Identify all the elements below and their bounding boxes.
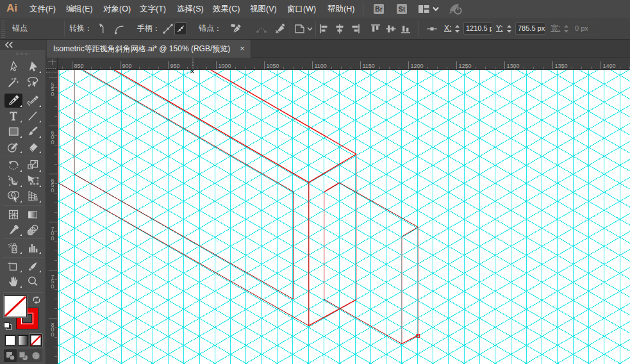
bridge-button[interactable]: Br (374, 4, 384, 14)
magic-wand-tool[interactable] (4, 75, 22, 89)
add-anchor-pen-button[interactable] (229, 22, 242, 35)
blend-tool[interactable] (24, 223, 42, 237)
controlbar-divider (64, 21, 65, 37)
shape-builder-tool[interactable] (4, 189, 22, 203)
connect-path-button[interactable] (255, 22, 268, 35)
color-button[interactable] (5, 335, 15, 345)
workspace-switcher-icon[interactable] (418, 4, 429, 14)
hand-tool[interactable] (4, 274, 22, 288)
x-value-input[interactable]: 1210.5 px (463, 22, 492, 35)
svg-text:950: 950 (170, 63, 180, 69)
y-field-label: Y: (496, 18, 503, 39)
hide-handles-button[interactable] (174, 22, 187, 35)
menu-help[interactable]: 帮助(H) (327, 0, 354, 18)
perspective-grid-tool[interactable] (24, 189, 42, 203)
svg-text:1150: 1150 (363, 63, 375, 69)
symbol-sprayer-tool[interactable] (4, 241, 22, 255)
x-field-label: X: (444, 18, 451, 39)
menu-view[interactable]: 视图(V) (250, 0, 277, 18)
toolbar-separator (3, 257, 43, 258)
vertical-ruler[interactable]: 550600650700750800 (46, 70, 58, 364)
stock-button[interactable]: St (397, 4, 407, 14)
workspace-chevron-icon[interactable] (432, 6, 440, 12)
convert-to-smooth-button[interactable] (113, 22, 126, 35)
free-transform-tool[interactable] (24, 174, 42, 188)
menu-file[interactable]: 文件(F) (29, 0, 56, 18)
toolbar-separator (3, 156, 43, 156)
align-vertical-center-button[interactable] (385, 22, 397, 35)
toolbar-collapse-bar[interactable] (0, 40, 46, 50)
menu-edit[interactable]: 编辑(E) (66, 0, 93, 18)
draw-inside-button[interactable] (29, 349, 42, 362)
direct-selection-tool[interactable] (4, 60, 22, 74)
width-stepper[interactable] (563, 23, 570, 35)
y-stepper[interactable] (506, 23, 513, 35)
fill-color-swatch[interactable] (4, 295, 27, 317)
menu-type[interactable]: 文字(T) (140, 0, 166, 18)
svg-text:1050: 1050 (267, 63, 279, 69)
eraser-tool[interactable] (24, 140, 42, 154)
align-bottom-button[interactable] (399, 22, 412, 35)
artboard-options-button[interactable] (292, 22, 313, 35)
none-button[interactable] (29, 333, 43, 347)
x-stepper[interactable] (454, 23, 461, 35)
gradient-button[interactable] (18, 335, 28, 345)
align-top-button[interactable] (369, 22, 382, 35)
align-left-button[interactable] (318, 22, 331, 35)
column-graph-tool[interactable] (24, 241, 42, 255)
align-right-button[interactable] (349, 22, 361, 35)
svg-text:1300: 1300 (507, 63, 520, 69)
draw-normal-button[interactable] (4, 349, 17, 362)
horizontal-ruler[interactable]: 8509009501000105011001150120012501300135… (58, 58, 630, 70)
lasso-tool[interactable] (24, 75, 42, 89)
zoom-tool[interactable] (24, 274, 42, 288)
toolbar-separator (3, 205, 43, 206)
line-segment-tool[interactable] (24, 109, 42, 123)
align-horizontal-center-button[interactable] (333, 22, 346, 35)
artboard-canvas[interactable] (58, 70, 630, 364)
draw-behind-button[interactable] (17, 349, 29, 362)
pen-tool[interactable] (4, 94, 22, 108)
slice-tool[interactable] (24, 260, 42, 274)
controlbar-grip[interactable] (1, 20, 5, 38)
convert-to-corner-button[interactable] (96, 22, 109, 35)
tools-panel-grip[interactable] (16, 53, 30, 55)
eyedropper-tool[interactable] (4, 223, 22, 237)
mesh-tool[interactable] (4, 208, 22, 222)
tab-close-icon[interactable]: × (238, 44, 247, 53)
paintbrush-tool[interactable] (24, 124, 42, 138)
cut-path-button[interactable] (274, 22, 287, 35)
toolbar-separator (3, 92, 43, 92)
document-tab-title: Isometric等距视角斜角网格.ai* @ 150% (RGB/预览) (53, 40, 230, 58)
menu-bar: Ai 文件(F)编辑(E)对象(O)文字(T)选择(S)效果(C)视图(V)窗口… (0, 0, 630, 18)
width-tool[interactable] (4, 174, 22, 188)
handles-label: 手柄： (137, 18, 160, 39)
menu-window[interactable]: 窗口(W) (287, 0, 316, 18)
convert-label: 转换： (69, 18, 92, 39)
gpu-performance-icon[interactable] (448, 3, 463, 15)
collapse-chevrons-icon (4, 41, 15, 49)
ai-logo[interactable]: Ai (6, 2, 17, 15)
control-bar: 锚点 转换： 手柄： (0, 18, 630, 40)
curvature-tool[interactable] (24, 94, 42, 108)
width-value-input[interactable]: 0 px (572, 22, 599, 35)
scale-tool[interactable] (24, 158, 42, 172)
rotate-tool[interactable] (4, 158, 22, 172)
gradient-tool[interactable] (24, 208, 42, 222)
show-handles-button[interactable] (162, 22, 174, 35)
default-fill-stroke-icon[interactable] (3, 322, 12, 331)
ruler-origin-corner[interactable] (46, 58, 58, 70)
menu-effect[interactable]: 效果(C) (213, 0, 240, 18)
shaper-tool[interactable] (4, 140, 22, 154)
y-value-input[interactable]: 785.5 px (515, 22, 545, 35)
document-tab[interactable]: Isometric等距视角斜角网格.ai* @ 150% (RGB/预览) × (47, 40, 251, 58)
menu-object[interactable]: 对象(O) (103, 0, 131, 18)
type-tool[interactable] (4, 109, 22, 123)
toolbar-separator (3, 238, 43, 239)
svg-text:0: 0 (51, 139, 54, 145)
selection-tool[interactable] (24, 60, 42, 74)
rectangle-tool[interactable] (4, 124, 22, 138)
menu-select[interactable]: 选择(S) (177, 0, 204, 18)
swap-fill-stroke-icon[interactable] (32, 296, 41, 304)
artboard-tool[interactable] (4, 260, 22, 274)
